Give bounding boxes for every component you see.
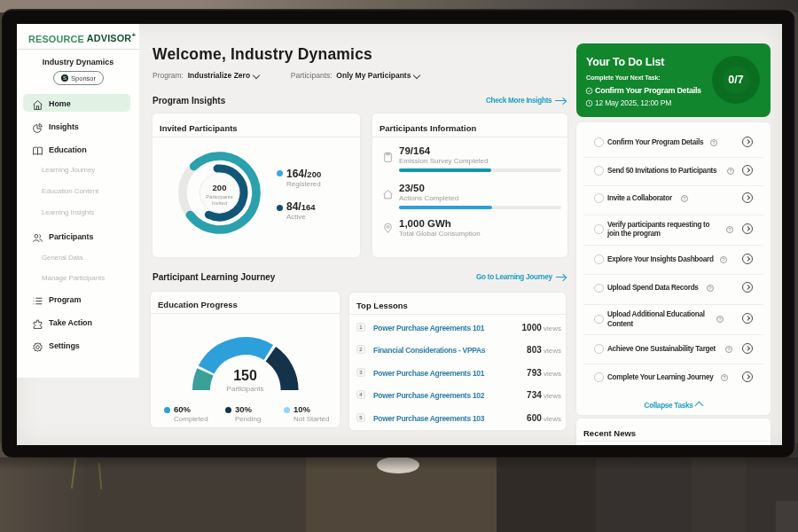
svg-text:200: 200 — [213, 183, 227, 192]
svg-text:Participants: Participants — [206, 194, 232, 200]
svg-text:Invited: Invited — [212, 200, 227, 206]
